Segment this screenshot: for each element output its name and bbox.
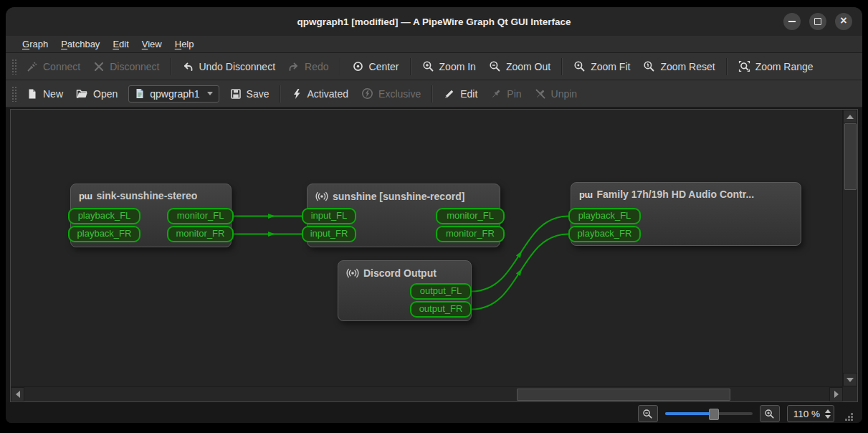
- toolbar-separator: [170, 58, 171, 75]
- pin-icon: [490, 88, 502, 100]
- patchbay-profile-combobox[interactable]: qpwgraph1: [128, 85, 219, 103]
- spinner-arrows[interactable]: [825, 409, 831, 419]
- menu-help[interactable]: Help: [168, 37, 201, 51]
- port-discord-output-fr[interactable]: output_FR: [410, 301, 472, 318]
- zoom-percent-value: 110 %: [793, 409, 820, 419]
- menu-patchbay[interactable]: Patchbay: [54, 37, 106, 51]
- wire-arrow-icon: [268, 214, 275, 219]
- disconnect-icon: [93, 61, 105, 72]
- port-sink-monitor-fl[interactable]: monitor_FL: [167, 208, 234, 224]
- minimize-button[interactable]: [783, 13, 801, 30]
- redo-icon: [288, 61, 300, 72]
- zoom-slider[interactable]: [665, 408, 753, 419]
- scroll-down-button[interactable]: [843, 373, 857, 386]
- save-button[interactable]: Save: [224, 85, 276, 103]
- menu-view[interactable]: View: [135, 37, 168, 51]
- scroll-up-button[interactable]: [843, 110, 857, 123]
- menu-graph[interactable]: Graph: [16, 37, 54, 51]
- graph-viewport[interactable]: pɯ sink-sunshine-stereo sunshine [sunshi…: [11, 110, 843, 386]
- connect-button[interactable]: Connect: [20, 57, 87, 76]
- edit-pencil-icon: [444, 88, 455, 100]
- port-family-playback-fl[interactable]: playback_FL: [568, 208, 641, 224]
- activated-button[interactable]: Activated: [285, 85, 355, 103]
- scrollbar-corner: [843, 387, 857, 401]
- port-sunshine-input-fl[interactable]: input_FL: [302, 208, 356, 224]
- unpin-button[interactable]: Unpin: [528, 85, 584, 103]
- exclusive-button[interactable]: Exclusive: [355, 84, 427, 103]
- zoom-out-icon: [489, 60, 501, 72]
- scroll-right-button[interactable]: [829, 387, 843, 401]
- wire-arrow-icon: [268, 232, 275, 237]
- undo-disconnect-button[interactable]: Undo Disconnect: [176, 57, 282, 76]
- unpin-icon: [535, 88, 546, 100]
- port-sunshine-monitor-fr[interactable]: monitor_FR: [436, 226, 505, 242]
- zoom-in-icon: [422, 60, 434, 72]
- port-family-playback-fr[interactable]: playback_FR: [568, 226, 641, 242]
- resize-grip[interactable]: [844, 412, 854, 422]
- scroll-left-button[interactable]: [11, 387, 24, 401]
- horizontal-scrollbar-thumb[interactable]: [517, 389, 730, 401]
- save-icon: [230, 88, 242, 100]
- zoom-in-icon: [764, 409, 775, 419]
- node-title: sink-sunshine-stereo: [97, 190, 198, 201]
- toolbar-drag-handle[interactable]: [11, 59, 16, 75]
- statusbar: 110 %: [6, 402, 862, 423]
- pin-button[interactable]: Pin: [484, 85, 528, 103]
- zoom-reset-button[interactable]: Zoom Reset: [636, 57, 721, 76]
- window-title: qpwgraph1 [modified] — A PipeWire Graph …: [6, 7, 862, 36]
- arrow-left-icon: [16, 391, 20, 398]
- new-button[interactable]: New: [20, 85, 70, 103]
- port-sink-playback-fl[interactable]: playback_FL: [68, 208, 140, 224]
- stream-icon: [315, 190, 328, 203]
- wire-arrow-icon: [516, 249, 524, 258]
- edit-button[interactable]: Edit: [437, 85, 484, 103]
- spin-up-icon: [825, 409, 831, 413]
- spin-down-icon: [825, 415, 831, 419]
- zoom-percent-spinbox[interactable]: 110 %: [787, 405, 834, 422]
- zoom-slider-handle[interactable]: [709, 409, 719, 420]
- zoom-out-button[interactable]: Zoom Out: [482, 57, 557, 76]
- zoom-in-button[interactable]: Zoom In: [416, 57, 482, 76]
- arrow-down-icon: [846, 378, 854, 382]
- connect-icon: [27, 61, 38, 72]
- canvas-area: pɯ sink-sunshine-stereo sunshine [sunshi…: [6, 108, 862, 402]
- port-sink-playback-fr[interactable]: playback_FR: [68, 226, 140, 242]
- chevron-down-icon: [207, 92, 213, 95]
- stream-icon: [346, 267, 359, 280]
- activated-icon: [292, 88, 302, 100]
- horizontal-scrollbar[interactable]: [11, 386, 843, 401]
- center-icon: [352, 60, 364, 72]
- toolbar-separator: [280, 85, 281, 103]
- minimize-icon: [788, 21, 796, 22]
- menubar: Graph Patchbay Edit View Help: [6, 36, 862, 53]
- open-button[interactable]: Open: [70, 85, 124, 103]
- maximize-icon: [814, 18, 821, 25]
- toolbar-drag-handle[interactable]: [11, 86, 16, 102]
- graph-canvas[interactable]: pɯ sink-sunshine-stereo sunshine [sunshi…: [10, 109, 858, 402]
- center-button[interactable]: Center: [345, 57, 406, 76]
- zoom-fit-button[interactable]: Zoom Fit: [567, 57, 636, 76]
- toolbar-separator: [561, 58, 563, 75]
- patchbay-file-icon: [135, 88, 145, 99]
- connections: [11, 110, 843, 386]
- port-sink-monitor-fr[interactable]: monitor_FR: [167, 226, 234, 242]
- pipewire-icon: pɯ: [79, 191, 92, 201]
- undo-icon: [182, 61, 194, 72]
- arrow-right-icon: [834, 391, 839, 398]
- menu-edit[interactable]: Edit: [106, 37, 135, 51]
- disconnect-button[interactable]: Disconnect: [87, 57, 166, 76]
- close-button[interactable]: ×: [835, 13, 852, 30]
- close-icon: ×: [840, 15, 846, 27]
- statusbar-zoom-in-button[interactable]: [760, 405, 780, 422]
- port-sunshine-input-fr[interactable]: input_FR: [302, 226, 356, 242]
- redo-button[interactable]: Redo: [282, 57, 335, 76]
- port-sunshine-monitor-fl[interactable]: monitor_FL: [436, 208, 505, 224]
- zoom-out-icon: [642, 409, 653, 419]
- port-discord-output-fl[interactable]: output_FL: [410, 283, 472, 300]
- vertical-scrollbar-thumb[interactable]: [844, 123, 857, 190]
- maximize-button[interactable]: [809, 13, 826, 30]
- vertical-scrollbar[interactable]: [842, 110, 857, 386]
- patchbay-toolbar: New Open qpwgraph1 Save: [6, 80, 862, 108]
- statusbar-zoom-out-button[interactable]: [638, 405, 658, 422]
- zoom-range-button[interactable]: Zoom Range: [732, 57, 820, 76]
